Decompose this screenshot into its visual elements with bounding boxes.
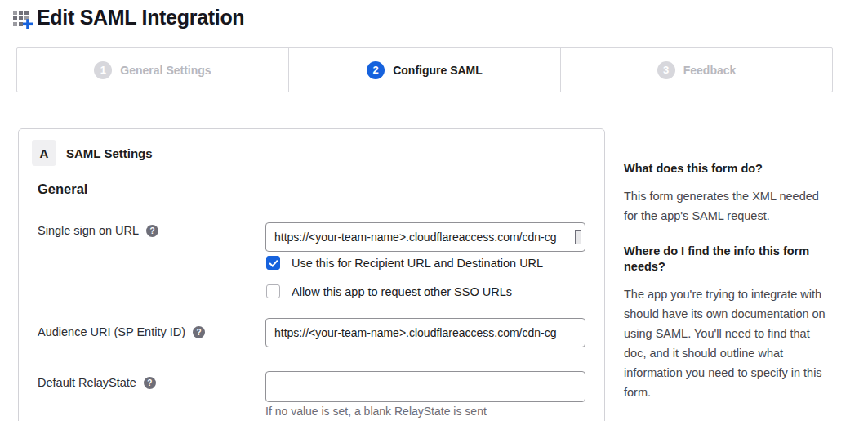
- saml-settings-panel: A SAML Settings General Single sign on U…: [18, 128, 605, 421]
- page-title: Edit SAML Integration: [37, 6, 244, 29]
- text-cursor: [575, 230, 581, 244]
- default-relaystate-input-wrap: [265, 371, 585, 402]
- sidebar-body-where: The app you're trying to integrate with …: [624, 284, 828, 402]
- general-heading: General: [38, 181, 87, 197]
- sidebar-heading-where: Where do I find the info this form needs…: [624, 244, 828, 275]
- audience-uri-input[interactable]: [265, 318, 585, 347]
- step-number: 1: [94, 61, 112, 79]
- step-number: 2: [367, 61, 385, 79]
- step-label: General Settings: [120, 64, 211, 77]
- field-label-text: Audience URI (SP Entity ID): [38, 325, 185, 338]
- audience-uri-label: Audience URI (SP Entity ID) ?: [38, 325, 205, 338]
- help-sidebar: What does this form do? This form genera…: [624, 161, 828, 402]
- step-general-settings[interactable]: 1 General Settings: [17, 48, 288, 92]
- page-header: Edit SAML Integration: [11, 6, 244, 29]
- recipient-url-checkbox-row[interactable]: Use this for Recipient URL and Destinati…: [266, 256, 543, 270]
- panel-title: SAML Settings: [66, 140, 153, 166]
- add-app-grid-icon: [11, 7, 34, 29]
- edit-saml-integration-screen: Edit SAML Integration 1 General Settings…: [0, 0, 868, 421]
- sidebar-body-what: This form generates the XML needed for t…: [624, 186, 828, 226]
- checkbox-label: Use this for Recipient URL and Destinati…: [292, 257, 543, 270]
- help-icon[interactable]: ?: [144, 377, 156, 389]
- audience-uri-input-wrap: [265, 318, 585, 347]
- recipient-url-checkbox[interactable]: [266, 256, 280, 270]
- single-sign-on-url-input-wrap: [265, 222, 585, 252]
- step-label: Feedback: [683, 64, 737, 77]
- wizard-stepper: 1 General Settings 2 Configure SAML 3 Fe…: [16, 47, 833, 92]
- other-sso-urls-checkbox-row[interactable]: Allow this app to request other SSO URLs: [266, 284, 512, 298]
- default-relaystate-input[interactable]: [265, 371, 585, 402]
- single-sign-on-url-input[interactable]: [265, 222, 585, 252]
- field-label-text: Default RelayState: [38, 376, 136, 389]
- other-sso-urls-checkbox[interactable]: [266, 284, 280, 298]
- step-number: 3: [657, 61, 675, 79]
- step-label: Configure SAML: [393, 64, 483, 77]
- sidebar-heading-what: What does this form do?: [624, 161, 828, 177]
- step-feedback[interactable]: 3 Feedback: [560, 48, 832, 92]
- default-relaystate-label: Default RelayState ?: [38, 376, 156, 389]
- step-configure-saml[interactable]: 2 Configure SAML: [288, 48, 560, 92]
- checkbox-label: Allow this app to request other SSO URLs: [292, 285, 512, 298]
- single-sign-on-url-label: Single sign on URL ?: [38, 224, 158, 237]
- section-badge: A: [32, 140, 56, 166]
- field-label-text: Single sign on URL: [38, 224, 139, 237]
- relaystate-helper-text: If no value is set, a blank RelayState i…: [265, 405, 487, 418]
- help-icon[interactable]: ?: [146, 225, 158, 237]
- help-icon[interactable]: ?: [193, 326, 205, 338]
